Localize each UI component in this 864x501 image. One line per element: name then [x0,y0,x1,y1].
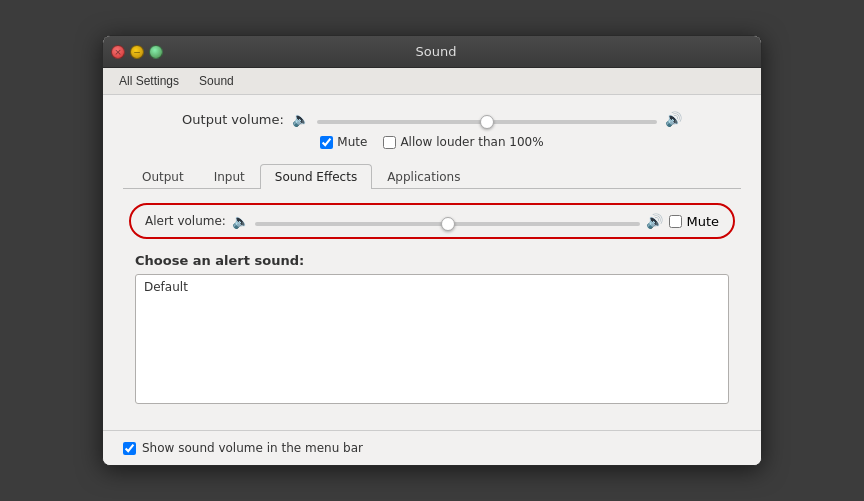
output-mute-row: Mute Allow louder than 100% [123,135,741,149]
alert-mute-label: Mute [686,214,719,229]
alert-mute-checkbox[interactable] [669,215,682,228]
alert-mute-group: Mute [669,214,719,229]
alert-volume-high-icon: 🔊 [646,213,663,229]
mute-checkbox[interactable] [320,136,333,149]
alert-volume-low-icon: 🔈 [232,213,249,229]
window-title: Sound [169,44,703,59]
close-button[interactable]: × [111,45,125,59]
output-volume-slider-container [317,112,657,127]
alert-volume-section: Alert volume: 🔈 🔊 Mute [129,203,735,239]
alert-volume-slider-container [255,214,641,229]
output-volume-label: Output volume: [182,112,284,127]
tab-input[interactable]: Input [199,164,260,189]
show-volume-label: Show sound volume in the menu bar [142,441,363,455]
sound-button[interactable]: Sound [191,72,242,90]
output-volume-high-icon: 🔊 [665,111,682,127]
mute-label: Mute [337,135,367,149]
mute-checkbox-label[interactable]: Mute [320,135,367,149]
alert-volume-slider[interactable] [255,222,641,226]
allow-louder-checkbox[interactable] [383,136,396,149]
tabs: Output Input Sound Effects Applications [123,163,741,189]
choose-alert-label: Choose an alert sound: [135,253,729,268]
tab-sound-effects[interactable]: Sound Effects [260,164,372,189]
window-content: Output volume: 🔈 🔊 Mute Allow louder tha… [103,95,761,430]
minimize-icon: − [133,47,141,57]
allow-louder-label[interactable]: Allow louder than 100% [383,135,543,149]
output-volume-row: Output volume: 🔈 🔊 [123,111,741,127]
all-settings-button[interactable]: All Settings [111,72,187,90]
allow-louder-text: Allow louder than 100% [400,135,543,149]
alert-sound-section: Choose an alert sound: Default [129,253,735,404]
tab-panel-sound-effects: Alert volume: 🔈 🔊 Mute Choose an alert s… [123,189,741,414]
minimize-button[interactable]: − [130,45,144,59]
titlebar-buttons: × − [111,45,163,59]
tab-applications[interactable]: Applications [372,164,475,189]
maximize-button[interactable] [149,45,163,59]
show-volume-checkbox[interactable] [123,442,136,455]
output-volume-slider[interactable] [317,120,657,124]
output-volume-low-icon: 🔈 [292,111,309,127]
close-icon: × [114,47,122,57]
tab-output[interactable]: Output [127,164,199,189]
alert-volume-label: Alert volume: [145,214,226,228]
menubar: All Settings Sound [103,68,761,95]
titlebar: × − Sound [103,36,761,68]
sound-listbox[interactable]: Default [135,274,729,404]
footer: Show sound volume in the menu bar [103,430,761,465]
sound-item-default[interactable]: Default [138,277,726,297]
main-window: × − Sound All Settings Sound Output volu… [102,35,762,466]
